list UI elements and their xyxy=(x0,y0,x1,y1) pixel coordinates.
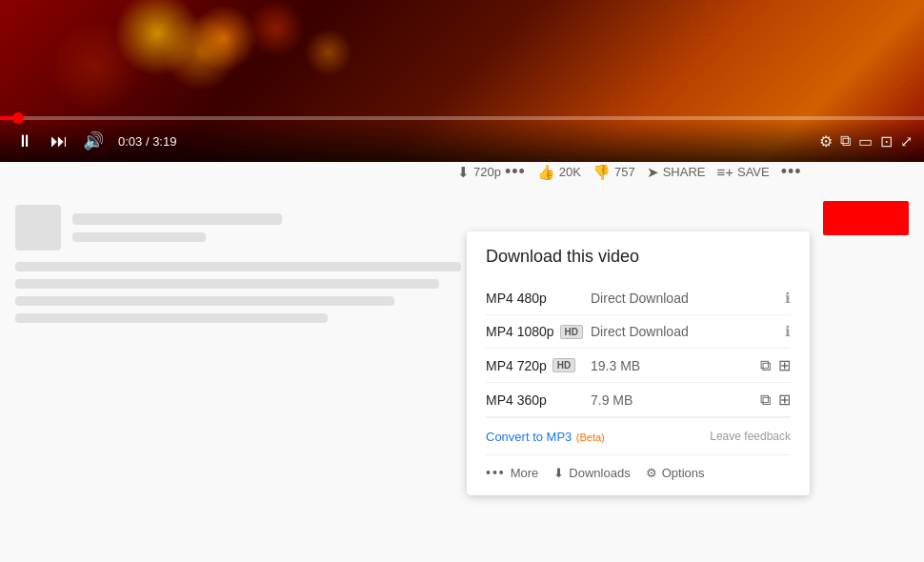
save-button[interactable]: ≡+ SAVE xyxy=(716,164,769,180)
channel-info xyxy=(72,213,461,242)
beta-label: (Beta) xyxy=(576,432,605,443)
format-icons-360p: ⧉ ⊞ xyxy=(760,391,791,409)
more-footer-label: More xyxy=(511,466,539,480)
popup-footer: ••• More ⬇ Downloads ⚙ Options xyxy=(486,454,791,480)
qr-icon-360p[interactable]: ⊞ xyxy=(778,391,791,409)
options-icon: ⚙ xyxy=(646,466,657,480)
right-controls: ⚙ ⧉ ▭ ⊡ ⤢ xyxy=(819,132,913,151)
direct-download-480p[interactable]: Direct Download xyxy=(591,291,785,306)
options-footer-label: Options xyxy=(662,466,705,480)
desc-line-2 xyxy=(15,279,439,289)
share-icon: ➤ xyxy=(647,164,659,181)
dislikes-button[interactable]: 👎 757 xyxy=(593,164,635,181)
info-icon-480p[interactable]: ℹ xyxy=(785,290,791,307)
quality-selector[interactable]: ⬇ 720p ••• xyxy=(457,162,526,182)
format-label-360p: MP4 360p xyxy=(486,392,591,408)
downloads-icon: ⬇ xyxy=(553,466,564,480)
settings-button[interactable]: ⚙ xyxy=(819,132,833,151)
likes-count: 20K xyxy=(559,165,581,179)
channel-name-skeleton xyxy=(72,213,282,225)
save-icon: ≡+ xyxy=(716,164,733,180)
desc-line-3 xyxy=(15,296,394,306)
subscribe-button[interactable] xyxy=(823,201,909,235)
download-popup: Download this video MP4 480p Direct Down… xyxy=(467,231,810,495)
avatar xyxy=(15,205,61,251)
like-icon: 👍 xyxy=(537,164,555,181)
fullscreen-button[interactable]: ⤢ xyxy=(900,132,913,151)
desc-line-1 xyxy=(15,262,461,271)
format-label-1080p: MP4 1080p HD xyxy=(486,324,591,339)
popup-title: Download this video xyxy=(486,247,791,267)
more-button[interactable]: ••• xyxy=(781,162,802,182)
share-button[interactable]: ➤ SHARE xyxy=(647,164,706,181)
convert-link[interactable]: Convert to MP3 (Beta) xyxy=(486,428,605,445)
channel-info-section xyxy=(0,205,476,323)
download-icon: ⬇ xyxy=(457,164,470,181)
cast-button[interactable]: ⊡ xyxy=(880,132,893,151)
convert-row: Convert to MP3 (Beta) Leave feedback xyxy=(486,417,791,454)
format-icons-720p: ⧉ ⊞ xyxy=(760,356,791,374)
size-720p: 19.3 MB xyxy=(591,358,760,373)
channel-row xyxy=(15,205,461,251)
desc-line-4 xyxy=(15,313,328,323)
dislike-icon: 👎 xyxy=(593,164,611,181)
downloads-footer-button[interactable]: ⬇ Downloads xyxy=(553,466,630,480)
format-row-360p: MP4 360p 7.9 MB ⧉ ⊞ xyxy=(486,383,791,417)
more-footer-button[interactable]: ••• More xyxy=(486,465,538,480)
quality-dots[interactable]: ••• xyxy=(505,162,526,182)
pause-button[interactable]: ⏸ xyxy=(11,128,38,154)
share-label: SHARE xyxy=(663,165,706,179)
format-row-1080p: MP4 1080p HD Direct Download ℹ xyxy=(486,315,791,349)
next-button[interactable]: ⏭ xyxy=(46,128,72,154)
options-footer-button[interactable]: ⚙ Options xyxy=(646,466,705,480)
dislikes-count: 757 xyxy=(614,165,635,179)
more-footer-dots-icon: ••• xyxy=(486,465,506,480)
downloads-footer-label: Downloads xyxy=(569,466,630,480)
more-dots-icon: ••• xyxy=(781,162,802,182)
action-bar: ⬇ 720p ••• 👍 20K 👎 757 ➤ SHARE ≡+ SAVE •… xyxy=(0,162,924,182)
save-label: SAVE xyxy=(737,165,770,179)
time-display: 0:03 / 3:19 xyxy=(118,134,176,149)
hd-badge-1080p: HD xyxy=(560,325,583,339)
quality-label: 720p xyxy=(473,165,501,179)
leave-feedback-link[interactable]: Leave feedback xyxy=(710,430,791,443)
volume-button[interactable]: 🔊 xyxy=(80,128,107,154)
direct-download-1080p[interactable]: Direct Download xyxy=(591,324,785,339)
hd-badge-720p: HD xyxy=(552,358,575,372)
info-icon-1080p[interactable]: ℹ xyxy=(785,323,791,340)
video-player: ⏸ ⏭ 🔊 0:03 / 3:19 ⚙ ⧉ ▭ ⊡ ⤢ xyxy=(0,0,924,162)
miniplayer-button[interactable]: ⧉ xyxy=(840,132,851,150)
copy-icon-360p[interactable]: ⧉ xyxy=(760,391,771,409)
likes-button[interactable]: 👍 20K xyxy=(537,164,581,181)
size-360p: 7.9 MB xyxy=(591,392,760,408)
qr-icon-720p[interactable]: ⊞ xyxy=(778,356,791,374)
channel-subs-skeleton xyxy=(72,232,206,242)
format-label-720p: MP4 720p HD xyxy=(486,358,591,373)
player-controls: ⏸ ⏭ 🔊 0:03 / 3:19 ⚙ ⧉ ▭ ⊡ ⤢ xyxy=(0,120,924,162)
below-video: Download this video MP4 480p Direct Down… xyxy=(0,193,924,323)
format-row-480p: MP4 480p Direct Download ℹ xyxy=(486,282,791,315)
format-row-720p: MP4 720p HD 19.3 MB ⧉ ⊞ xyxy=(486,349,791,383)
copy-icon-720p[interactable]: ⧉ xyxy=(760,357,771,374)
theater-button[interactable]: ▭ xyxy=(858,132,873,151)
format-label-480p: MP4 480p xyxy=(486,291,591,306)
